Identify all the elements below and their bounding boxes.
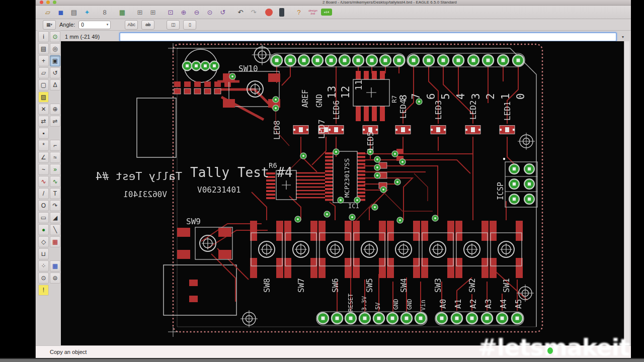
text-tool[interactable]: T: [50, 188, 60, 199]
toolbar2: ▦ ▾ Angle: 0 ▾ Abc ab ◫ ▯: [36, 19, 631, 31]
pin-label-7: 7: [410, 93, 422, 100]
use-group-icon[interactable]: ⊞: [134, 7, 146, 18]
abc-label: Abc: [127, 22, 135, 27]
split-tool[interactable]: ∠: [38, 152, 49, 163]
restrict-tool[interactable]: ⊔: [38, 248, 49, 259]
zoom-redraw-icon[interactable]: ↺: [217, 7, 229, 18]
pad-array-tool[interactable]: ▦: [50, 236, 60, 247]
delete-tool[interactable]: ✕: [38, 104, 49, 115]
video-bottom-strip: [0, 358, 644, 362]
design-link-icon[interactable]: design link: [306, 7, 320, 18]
cam-processor-icon[interactable]: ✦: [81, 7, 93, 18]
autorouter-tool[interactable]: ▦: [50, 260, 60, 272]
abc-button[interactable]: Abc: [125, 20, 138, 30]
lock-tool[interactable]: ▪: [38, 128, 49, 139]
wire-tool[interactable]: ∿: [50, 176, 60, 187]
angle-select[interactable]: 0 ▾: [78, 21, 111, 29]
zoom-window-button[interactable]: [53, 1, 56, 4]
scrollbar[interactable]: [624, 41, 629, 346]
line-tool[interactable]: /: [38, 188, 49, 199]
mirror-tool[interactable]: ▱: [38, 67, 49, 78]
command-history-dropdown-icon[interactable]: ▾: [622, 35, 624, 39]
command-line-input[interactable]: [119, 32, 617, 42]
label-a1: A1: [453, 299, 463, 309]
library-icon[interactable]: ▦: [116, 7, 128, 18]
redo-icon[interactable]: ↷: [248, 7, 260, 18]
print-icon[interactable]: ▤: [68, 7, 80, 18]
display-tool[interactable]: ▤: [38, 43, 49, 54]
info-tool[interactable]: i: [38, 31, 49, 42]
ripup-tool[interactable]: ∿: [38, 176, 49, 187]
cut-tool[interactable]: ▨: [38, 92, 49, 103]
copy-tool[interactable]: ▣: [50, 55, 60, 66]
pin-label-1: 1: [500, 93, 512, 100]
bottom-layer-icon: ▯: [189, 22, 191, 27]
drc-tool[interactable]: ⊙: [38, 273, 49, 284]
grid-button[interactable]: ▦ ▾: [43, 20, 56, 30]
watermark-dot: [547, 347, 553, 354]
mirror-text-icon: ab: [145, 22, 150, 27]
mark-tool[interactable]: ◎: [50, 43, 60, 54]
run-icon[interactable]: [279, 8, 284, 17]
move-tool[interactable]: +: [38, 55, 49, 66]
ic-mcp23017: [325, 149, 404, 203]
save-icon[interactable]: ◼: [55, 7, 67, 18]
smash-tool[interactable]: *: [38, 140, 49, 151]
hole-tool[interactable]: ◇: [38, 236, 49, 247]
zoom-select-icon[interactable]: ⊙: [204, 7, 216, 18]
palette: i⊙▤◎+▣▱↺▢Δ▨✕⊕⇄⇌▪*⌐∠≈~»∿∿/TO↷▭◢●╲◇▦⊔⁘▦⊙⊜!: [37, 30, 60, 346]
bottom-layer-button[interactable]: ▯: [183, 20, 196, 30]
label-a0: A0: [438, 299, 448, 309]
label-led1: LED1: [503, 101, 512, 121]
rotate-tool[interactable]: ↺: [50, 67, 60, 78]
polygon-tool[interactable]: ◢: [50, 212, 60, 223]
zoom-fit-icon[interactable]: ⊡: [165, 7, 177, 18]
video-watermark: #letsmakeit: [478, 334, 644, 361]
label-3v3: 3.3V: [361, 296, 368, 311]
top-layer-button[interactable]: ◫: [167, 20, 180, 30]
element14-icon[interactable]: e14: [321, 9, 332, 16]
switch-row: [250, 221, 523, 278]
pcb-canvas[interactable]: Tally Test #4 V06231401 Tally Test #4 V0…: [60, 41, 624, 346]
group-tool[interactable]: ▢: [38, 79, 49, 90]
label-sw7: SW7: [296, 278, 306, 293]
status-message: Copy an object: [50, 349, 87, 355]
led-footprints: [293, 126, 515, 134]
route-tool[interactable]: »: [50, 164, 60, 175]
switch-sw9: [177, 227, 232, 259]
pin-label-12: 12: [340, 86, 352, 99]
module-icon[interactable]: 8: [99, 7, 111, 18]
close-button[interactable]: [40, 1, 43, 4]
board-title-mirrored: Tally Test #4: [96, 170, 182, 183]
digital-header-right: [407, 53, 525, 67]
help-icon[interactable]: ?: [293, 7, 305, 18]
undo-icon[interactable]: ↶: [234, 7, 247, 18]
pinswap-tool[interactable]: ⇄: [38, 116, 49, 127]
pin-label-gnd-top: GND: [315, 94, 324, 108]
open-icon[interactable]: ▱: [42, 7, 54, 18]
rect-tool[interactable]: ▭: [38, 212, 49, 223]
change-tool[interactable]: Δ: [50, 79, 60, 90]
meander-tool[interactable]: ~: [38, 164, 49, 175]
arc-tool[interactable]: ↷: [50, 200, 60, 211]
minimize-button[interactable]: [46, 1, 50, 4]
use-part-icon[interactable]: ⊞: [147, 7, 159, 18]
stop-icon[interactable]: [265, 9, 273, 16]
label-ic1: IC1: [348, 203, 359, 210]
label-led3: LED3: [434, 100, 443, 120]
optimize-tool[interactable]: ≈: [50, 152, 60, 163]
via-tool[interactable]: ●: [38, 224, 49, 235]
erc-tool[interactable]: ⊜: [50, 273, 60, 284]
zoom-in-icon[interactable]: ⊕: [178, 7, 190, 18]
errors-tool[interactable]: !: [38, 285, 49, 296]
ratsnest-tool[interactable]: ⁘: [38, 260, 49, 272]
pin-label-6: 6: [425, 93, 437, 100]
miter-tool[interactable]: ⌐: [50, 140, 60, 151]
circle-tool[interactable]: O: [38, 200, 49, 211]
show-tool[interactable]: ⊙: [50, 31, 60, 42]
zoom-out-icon[interactable]: ⊖: [191, 7, 203, 18]
signal-tool[interactable]: ╲: [50, 224, 60, 235]
mirror-text-button[interactable]: ab: [141, 20, 154, 30]
add-tool[interactable]: ⊕: [50, 104, 60, 115]
replace-tool[interactable]: ⇌: [50, 116, 60, 127]
